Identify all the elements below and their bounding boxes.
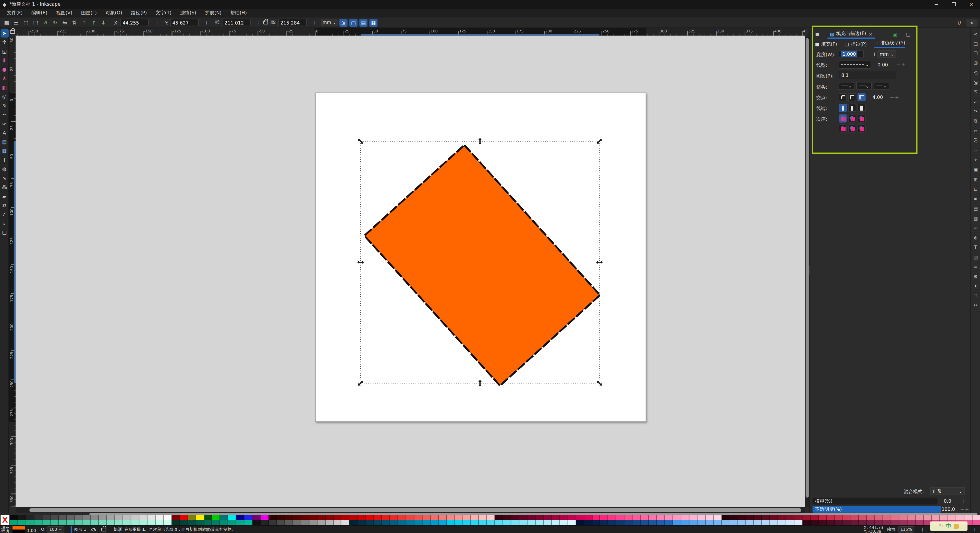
palette-swatch[interactable]	[334, 520, 342, 525]
palette-swatch[interactable]	[851, 515, 859, 520]
palette-swatch[interactable]	[859, 520, 867, 525]
x-spinner[interactable]: −+	[150, 20, 160, 25]
palette-swatch[interactable]	[544, 515, 552, 520]
palette-swatch[interactable]	[916, 520, 924, 525]
palette-swatch[interactable]	[616, 515, 625, 520]
palette-swatch[interactable]	[907, 520, 916, 525]
palette-swatch[interactable]	[730, 515, 738, 520]
select-all-button[interactable]: ▩	[3, 18, 11, 27]
palette-swatch[interactable]	[285, 515, 293, 520]
ime-mode-icon[interactable]	[954, 523, 959, 529]
pencil-tool[interactable]: ✎	[0, 102, 8, 110]
zoom-page-button[interactable]: ▣	[972, 166, 979, 173]
horizontal-scrollbar-thumb[interactable]	[29, 508, 801, 512]
palette-swatch[interactable]	[705, 515, 714, 520]
palette-swatch[interactable]	[495, 520, 503, 525]
palette-swatch[interactable]	[455, 515, 463, 520]
palette-swatch[interactable]	[536, 520, 544, 525]
document-properties-button[interactable]: ⚙	[972, 273, 979, 280]
palette-swatch[interactable]	[471, 520, 479, 525]
palette-swatch[interactable]	[188, 520, 196, 525]
palette-swatch[interactable]	[681, 520, 689, 525]
palette-swatch[interactable]	[714, 520, 722, 525]
paint-order-button[interactable]	[839, 124, 847, 132]
palette-swatch[interactable]	[342, 520, 350, 525]
palette-swatch[interactable]	[212, 520, 220, 525]
lower-button[interactable]: ↓	[99, 18, 107, 27]
palette-swatch[interactable]	[398, 515, 406, 520]
palette-swatch[interactable]	[479, 515, 487, 520]
pen-tool[interactable]: ✒	[0, 111, 8, 119]
palette-swatch[interactable]	[83, 520, 91, 525]
palette-swatch[interactable]	[317, 515, 325, 520]
join-miter-button[interactable]	[858, 93, 865, 101]
align-dialog-button[interactable]: ⊜	[972, 234, 979, 241]
palette-swatch[interactable]	[641, 515, 649, 520]
palette-swatch[interactable]	[438, 520, 447, 525]
palette-swatch[interactable]	[253, 515, 261, 520]
palette-swatch[interactable]	[196, 515, 204, 520]
palette-swatch[interactable]	[131, 520, 139, 525]
palette-swatch[interactable]	[325, 515, 334, 520]
palette-swatch[interactable]	[794, 520, 803, 525]
palette-swatch[interactable]	[932, 515, 940, 520]
palette-swatch[interactable]	[762, 520, 770, 525]
palette-swatch[interactable]	[10, 515, 18, 520]
palette-swatch[interactable]	[802, 520, 811, 525]
x-input[interactable]: 44.255	[120, 19, 149, 26]
palette-swatch[interactable]	[196, 520, 204, 525]
palette-swatch[interactable]	[164, 515, 172, 520]
palette-swatch[interactable]	[714, 515, 722, 520]
layers-dialog-button[interactable]: ≡	[972, 263, 979, 270]
palette-swatch[interactable]	[26, 515, 35, 520]
selector-tool[interactable]: ➤	[0, 29, 8, 37]
palette-swatch[interactable]	[568, 515, 576, 520]
palette-swatch[interactable]	[883, 520, 891, 525]
current-layer-name[interactable]: 图层 1	[74, 527, 86, 532]
preferences-button[interactable]: ✦	[972, 282, 979, 290]
palette-swatch[interactable]	[204, 520, 212, 525]
palette-swatch[interactable]	[220, 520, 228, 525]
palette-swatch[interactable]	[107, 515, 115, 520]
palette-swatch[interactable]	[738, 515, 746, 520]
palette-swatch[interactable]	[180, 515, 188, 520]
palette-swatch[interactable]	[34, 520, 42, 525]
ungroup-button[interactable]: ▥	[972, 215, 979, 222]
palette-swatch[interactable]	[228, 515, 237, 520]
palette-swatch[interactable]	[374, 520, 382, 525]
canvas[interactable]	[16, 36, 805, 507]
palette-swatch[interactable]	[245, 515, 253, 520]
palette-swatch[interactable]	[536, 515, 544, 520]
palette-swatch[interactable]	[471, 515, 479, 520]
spray-tool[interactable]: ⁂	[0, 183, 8, 191]
raise-to-top-button[interactable]: ⤒	[80, 18, 88, 27]
tab-stroke-paint[interactable]: □描边(P)	[845, 40, 867, 48]
palette-swatch[interactable]	[835, 520, 843, 525]
palette-swatch[interactable]	[59, 520, 67, 525]
palette-swatch[interactable]	[382, 520, 390, 525]
palette-swatch[interactable]	[366, 515, 374, 520]
flip-vertical-button[interactable]: ⇅	[70, 18, 79, 27]
lock-ratio-icon[interactable]	[263, 21, 268, 24]
palette-swatch[interactable]	[859, 515, 867, 520]
palette-swatch[interactable]	[608, 515, 617, 520]
palette-swatch[interactable]	[843, 520, 851, 525]
palette-swatch[interactable]	[487, 520, 495, 525]
minimize-button[interactable]: −	[928, 0, 945, 9]
palette-swatch[interactable]	[447, 515, 455, 520]
dialog-close-icon[interactable]: ×	[869, 31, 873, 37]
dash-offset-spinner[interactable]: −+	[896, 62, 906, 67]
palette-swatch[interactable]	[600, 515, 608, 520]
cap-round-button[interactable]	[848, 104, 856, 112]
palette-swatch[interactable]	[544, 520, 552, 525]
fill-stroke-dialog-tab[interactable]: ▨ 填充与描边(F) ×	[827, 30, 875, 39]
palette-swatch[interactable]	[123, 520, 131, 525]
palette-swatch[interactable]	[180, 520, 188, 525]
palette-swatch[interactable]	[875, 520, 883, 525]
move-gradients-toggle[interactable]: ▤	[360, 18, 368, 27]
palette-swatch[interactable]	[422, 520, 431, 525]
palette-swatch[interactable]	[390, 515, 398, 520]
ellipse-tool[interactable]: ●	[0, 65, 8, 73]
palette-swatch[interactable]	[584, 515, 592, 520]
palette-swatch[interactable]	[843, 515, 851, 520]
